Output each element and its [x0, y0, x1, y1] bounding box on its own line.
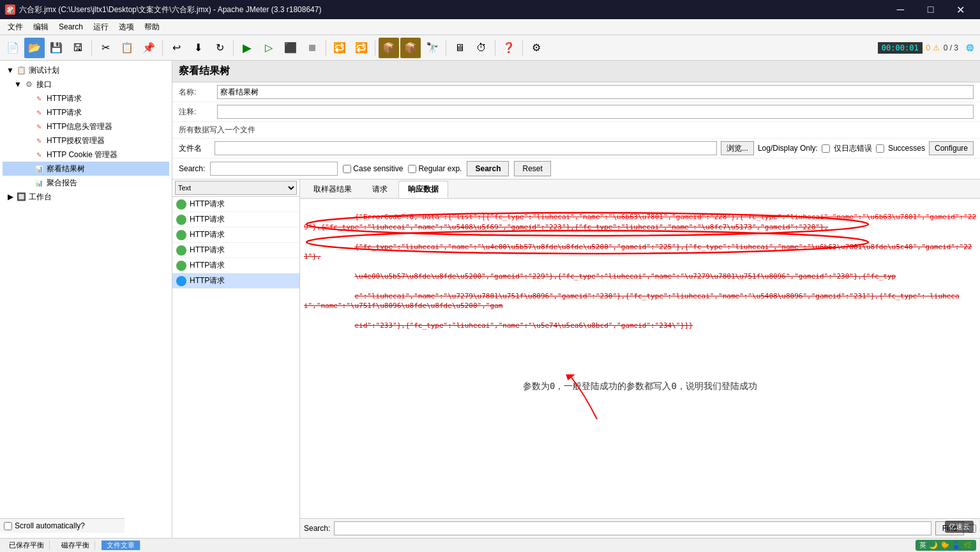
- toolbar-sep3: [233, 40, 234, 56]
- bottom-search-input[interactable]: [334, 521, 931, 535]
- warning-count: 0 ⚠: [926, 43, 940, 52]
- tree-item-interface[interactable]: ▼ ⚙ 接口: [3, 77, 169, 91]
- tree-item-http2[interactable]: ▶ ✎ HTTP请求: [3, 105, 169, 119]
- browse-button[interactable]: 浏览...: [721, 141, 754, 155]
- toolbar-func[interactable]: 📦: [379, 38, 399, 58]
- toolbar-paste[interactable]: 📌: [139, 38, 159, 58]
- tree-expand-http-headers: ▶: [23, 122, 33, 131]
- panel-title: 察看结果树: [179, 65, 230, 76]
- tab-response-data[interactable]: 响应数据: [398, 181, 448, 198]
- result-item-5[interactable]: HTTP请求: [172, 273, 299, 289]
- toolbar-help[interactable]: ❓: [499, 38, 519, 58]
- name-input[interactable]: [217, 85, 974, 99]
- toolbar-clear[interactable]: 🔁: [329, 38, 350, 58]
- configure-button[interactable]: Configure: [929, 141, 974, 155]
- toolbar-lang[interactable]: 🌐: [962, 38, 977, 58]
- comment-input[interactable]: [217, 105, 974, 119]
- result-item-0[interactable]: HTTP请求: [172, 197, 299, 212]
- result-label-3: HTTP请求: [190, 245, 225, 256]
- toolbar-shutdown[interactable]: ⏹: [302, 38, 322, 58]
- toolbar-copy[interactable]: 📋: [117, 38, 137, 58]
- regular-exp-checkbox[interactable]: [408, 165, 416, 173]
- error-only-check[interactable]: [822, 144, 830, 153]
- view-type-select[interactable]: Text: [175, 181, 297, 195]
- menu-search[interactable]: Search: [54, 21, 88, 33]
- search-label: Search:: [179, 164, 205, 173]
- toolbar-collapse[interactable]: ⬇: [188, 38, 208, 58]
- tree-item-http1[interactable]: ▶ ✎ HTTP请求: [3, 91, 169, 105]
- all-data-section: 所有数据写入一个文件: [172, 122, 980, 139]
- toolbar-cut[interactable]: ✂: [95, 38, 116, 58]
- search-row: Search: Case sensitive Regular exp. Sear…: [172, 158, 980, 180]
- toolbar-start-no-pause[interactable]: ▷: [259, 38, 279, 58]
- maximize-button[interactable]: □: [916, 0, 945, 19]
- comment-row: 注释:: [172, 102, 980, 122]
- success-check[interactable]: [876, 144, 884, 153]
- menu-run[interactable]: 运行: [88, 20, 114, 34]
- tree-expand-interface[interactable]: ▼: [13, 80, 23, 89]
- results-list-header: Text: [172, 180, 299, 197]
- toolbar-vars[interactable]: 📦: [400, 38, 421, 58]
- toolbar-open[interactable]: 📂: [24, 38, 45, 58]
- menu-file[interactable]: 文件: [3, 20, 28, 34]
- tree-item-test-plan[interactable]: ▼ 📋 测试计划: [3, 63, 169, 77]
- tab-sampler-result[interactable]: 取样器结果: [304, 181, 361, 198]
- toolbar-reset[interactable]: ↻: [209, 38, 230, 58]
- tree-item-result-tree[interactable]: ▶ 📊 察看结果树: [3, 162, 169, 176]
- toolbar-sep2: [162, 40, 163, 56]
- result-icon-0: [176, 199, 186, 210]
- tree-expand-workbench[interactable]: ▶: [5, 192, 15, 201]
- file-label: 文件名: [179, 143, 211, 154]
- elapsed-time: 00:00:01: [878, 42, 923, 54]
- toolbar-clearall[interactable]: 🔁: [351, 38, 372, 58]
- case-sensitive-label: Case sensitive: [353, 164, 403, 173]
- regular-exp-check: Regular exp.: [408, 164, 462, 173]
- result-item-3[interactable]: HTTP请求: [172, 243, 299, 258]
- result-item-2[interactable]: HTTP请求: [172, 227, 299, 243]
- minimize-button[interactable]: ─: [886, 0, 915, 19]
- toolbar-remote[interactable]: 🖥: [449, 38, 470, 58]
- search-input[interactable]: [210, 162, 338, 176]
- file-input[interactable]: [215, 141, 717, 155]
- tree-item-workbench[interactable]: ▶ 🔲 工作台: [3, 190, 169, 204]
- content-text-area: {"ErrorCode":0,"Data":{"list":[{"fc_type…: [300, 199, 980, 518]
- reset-button[interactable]: Reset: [514, 161, 550, 176]
- tree-item-http-headers[interactable]: ▶ ✎ HTTP信息头管理器: [3, 119, 169, 134]
- toolbar-stop[interactable]: ⬛: [280, 38, 301, 58]
- tab-request[interactable]: 请求: [363, 181, 397, 198]
- toolbar-saveas[interactable]: 🖫: [68, 38, 88, 58]
- tree-item-agg-report[interactable]: ▶ 📊 聚合报告: [3, 176, 169, 190]
- toolbar-search-global[interactable]: 🔭: [422, 38, 442, 58]
- status-bar: 已保存平衡 磁存平衡 文件文章 英 🌙 🐤 👗 🌿: [0, 538, 980, 552]
- comment-label: 注释:: [179, 107, 217, 118]
- tree-label-http-headers: HTTP信息头管理器: [47, 121, 112, 132]
- menu-edit[interactable]: 编辑: [28, 20, 54, 34]
- sample-count: 0 / 3: [944, 43, 958, 52]
- toolbar-start[interactable]: ▶: [237, 38, 257, 58]
- agg-report-icon: 📊: [33, 177, 45, 188]
- tree-label-agg-report: 聚合报告: [47, 178, 77, 188]
- case-sensitive-checkbox[interactable]: [343, 165, 351, 173]
- result-icon-1: [176, 215, 186, 225]
- tree-item-http-cookie[interactable]: ▶ ✎ HTTP Cookie 管理器: [3, 148, 169, 162]
- result-tree-icon: 📊: [33, 163, 45, 174]
- result-item-4[interactable]: HTTP请求: [172, 258, 299, 273]
- result-item-1[interactable]: HTTP请求: [172, 212, 299, 227]
- toolbar-timer[interactable]: ⏱: [471, 38, 492, 58]
- tree-item-http-auth[interactable]: ▶ ✎ HTTP授权管理器: [3, 134, 169, 148]
- menu-help[interactable]: 帮助: [139, 20, 165, 34]
- status-seg3: 文件文章: [102, 540, 140, 550]
- content-area: 取样器结果 请求 响应数据 {"ErrorCode":0,"Data":{"li…: [300, 180, 980, 538]
- toolbar-new[interactable]: 📄: [3, 38, 23, 58]
- toolbar-save[interactable]: 💾: [46, 38, 66, 58]
- close-button[interactable]: ✕: [946, 0, 975, 19]
- results-list: Text HTTP请求 HTTP请求 HTTP请求 HTTP请求: [172, 180, 300, 538]
- menu-options[interactable]: 选项: [114, 20, 139, 34]
- toolbar-function[interactable]: ⚙: [526, 38, 547, 58]
- tree-expand-test-plan[interactable]: ▼: [5, 66, 15, 75]
- toolbar-expand[interactable]: ↩: [166, 38, 186, 58]
- tree-expand-http1: ▶: [23, 94, 33, 103]
- ime-indicator[interactable]: 英 🌙 🐤 👗 🌿: [916, 540, 976, 551]
- watermark: 亿速云: [945, 521, 974, 533]
- search-button[interactable]: Search: [467, 161, 509, 176]
